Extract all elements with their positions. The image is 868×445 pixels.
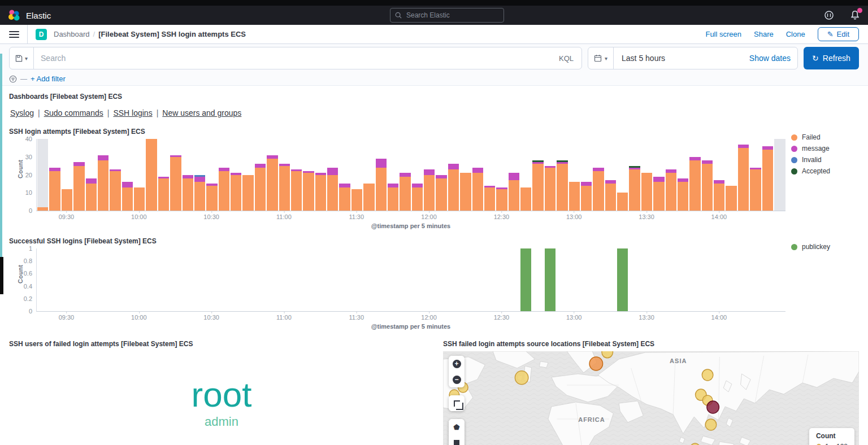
- map-data-point-2[interactable]: [515, 371, 528, 385]
- bar-43[interactable]: [557, 139, 567, 211]
- breadcrumb-dashboard-link[interactable]: Dashboard: [54, 30, 90, 38]
- edit-button[interactable]: ✎ Edit: [818, 27, 859, 41]
- bar-2[interactable]: [62, 139, 72, 211]
- bar-60[interactable]: [762, 139, 773, 211]
- bar-25[interactable]: [339, 139, 350, 211]
- bar-0[interactable]: [37, 248, 48, 311]
- link-sudo-commands[interactable]: Sudo commands: [44, 108, 103, 117]
- bar-6[interactable]: [110, 139, 120, 211]
- bar-38[interactable]: [496, 139, 507, 211]
- bar-61[interactable]: [774, 248, 785, 311]
- bar-46[interactable]: [593, 248, 604, 311]
- full-screen-button[interactable]: Full screen: [705, 30, 741, 38]
- map-zoom-in-button[interactable]: +: [449, 356, 465, 372]
- bar-54[interactable]: [689, 139, 700, 211]
- bar-11[interactable]: [170, 248, 181, 311]
- map-draw-polygon-button[interactable]: ⬟: [449, 419, 465, 435]
- bar-8[interactable]: [134, 139, 145, 211]
- bar-9[interactable]: [146, 248, 157, 311]
- bar-29[interactable]: [388, 139, 398, 211]
- time-range-value[interactable]: Last 5 hours: [614, 54, 743, 63]
- bar-39[interactable]: [509, 139, 519, 211]
- bar-51[interactable]: [653, 248, 664, 311]
- saved-query-menu-button[interactable]: ▾: [10, 47, 34, 69]
- bar-14[interactable]: [206, 139, 217, 211]
- bar-38[interactable]: [496, 248, 507, 311]
- bar-46[interactable]: [593, 139, 604, 211]
- bar-25[interactable]: [339, 248, 350, 311]
- bar-30[interactable]: [400, 139, 410, 211]
- map-draw-rectangle-button[interactable]: [449, 435, 465, 445]
- help-icon[interactable]: [824, 10, 834, 20]
- bar-32[interactable]: [424, 248, 435, 311]
- bar-33[interactable]: [436, 248, 446, 311]
- bar-18[interactable]: [255, 139, 266, 211]
- bar-53[interactable]: [678, 139, 688, 211]
- bar-55[interactable]: [702, 139, 713, 211]
- legend-item-Accepted[interactable]: Accepted: [791, 167, 859, 175]
- map-data-point-8[interactable]: [707, 401, 719, 413]
- bar-2[interactable]: [62, 248, 72, 311]
- query-input[interactable]: [34, 54, 551, 63]
- bar-30[interactable]: [400, 248, 410, 311]
- bar-3[interactable]: [73, 248, 84, 311]
- bar-45[interactable]: [581, 248, 592, 311]
- bar-27[interactable]: [363, 139, 374, 211]
- date-picker[interactable]: ▾ Last 5 hours Show dates: [588, 47, 798, 69]
- link-ssh-logins[interactable]: SSH logins: [113, 108, 152, 117]
- bar-14[interactable]: [206, 248, 217, 311]
- bar-19[interactable]: [267, 139, 277, 211]
- bar-24[interactable]: [327, 248, 338, 311]
- refresh-button[interactable]: ↻ Refresh: [804, 47, 859, 69]
- bar-7[interactable]: [122, 248, 133, 311]
- bar-22[interactable]: [303, 139, 314, 211]
- map-data-point-5[interactable]: [702, 369, 713, 381]
- bar-23[interactable]: [315, 248, 326, 311]
- bar-42[interactable]: [545, 139, 555, 211]
- bar-12[interactable]: [183, 139, 193, 211]
- bar-45[interactable]: [581, 139, 592, 211]
- bar-34[interactable]: [448, 139, 459, 211]
- bar-36[interactable]: [472, 139, 483, 211]
- clone-button[interactable]: Clone: [786, 30, 805, 38]
- legend-item-message[interactable]: message: [791, 145, 859, 152]
- bar-54[interactable]: [689, 248, 700, 311]
- bar-47[interactable]: [605, 139, 616, 211]
- bar-57[interactable]: [726, 248, 736, 311]
- bar-0[interactable]: [37, 139, 48, 211]
- bar-44[interactable]: [569, 248, 580, 311]
- bar-3[interactable]: [73, 139, 84, 211]
- bar-19[interactable]: [267, 248, 277, 311]
- bar-17[interactable]: [242, 139, 253, 211]
- bar-49[interactable]: [629, 248, 640, 311]
- bar-37[interactable]: [484, 139, 495, 211]
- bar-41[interactable]: [532, 248, 543, 311]
- bar-52[interactable]: [666, 248, 676, 311]
- legend-item-Failed[interactable]: Failed: [791, 133, 859, 141]
- bar-31[interactable]: [412, 248, 423, 311]
- elastic-logo-icon[interactable]: [8, 9, 20, 21]
- bar-11[interactable]: [170, 139, 181, 211]
- bar-4[interactable]: [86, 248, 97, 311]
- bar-47[interactable]: [605, 248, 616, 311]
- bar-22[interactable]: [303, 248, 314, 311]
- bar-9[interactable]: [146, 139, 157, 211]
- bar-44[interactable]: [569, 139, 580, 211]
- world-map[interactable]: ASIAAFRICA + − ⬟ Count 1: [443, 351, 859, 445]
- bar-26[interactable]: [351, 248, 362, 311]
- filter-icon[interactable]: [9, 75, 17, 83]
- bar-40[interactable]: [520, 248, 531, 311]
- bar-56[interactable]: [714, 248, 724, 311]
- bar-48[interactable]: [617, 139, 628, 211]
- map-fit-bounds-button[interactable]: [449, 395, 465, 411]
- bar-51[interactable]: [653, 139, 664, 211]
- bar-31[interactable]: [412, 139, 423, 211]
- link-new-users-groups[interactable]: New users and groups: [162, 108, 241, 117]
- bar-10[interactable]: [158, 139, 169, 211]
- bar-16[interactable]: [231, 248, 241, 311]
- bar-4[interactable]: [86, 139, 97, 211]
- bar-20[interactable]: [279, 139, 290, 211]
- bar-41[interactable]: [532, 139, 543, 211]
- bar-50[interactable]: [641, 248, 652, 311]
- bar-59[interactable]: [750, 139, 761, 211]
